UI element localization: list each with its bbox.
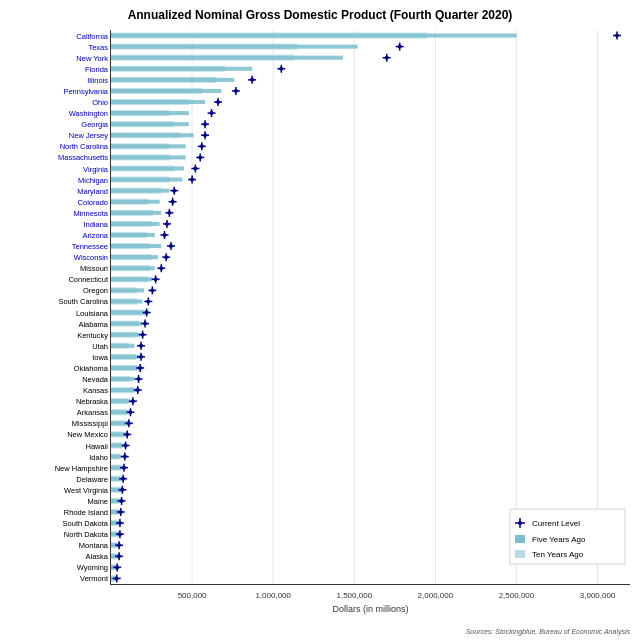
svg-point-192	[139, 355, 143, 359]
svg-rect-69	[111, 133, 194, 137]
svg-rect-99	[111, 189, 169, 193]
svg-rect-111	[111, 211, 161, 215]
svg-text:Oklahoma: Oklahoma	[74, 364, 109, 373]
svg-rect-159	[111, 299, 143, 303]
svg-point-150	[154, 277, 158, 281]
svg-text:Current Level: Current Level	[532, 519, 580, 528]
svg-point-258	[121, 477, 125, 481]
svg-rect-93	[111, 178, 182, 182]
svg-text:1,500,000: 1,500,000	[336, 591, 372, 600]
svg-rect-195	[111, 366, 140, 370]
svg-text:Alaska: Alaska	[85, 552, 108, 561]
svg-point-18	[615, 34, 619, 38]
svg-text:Nebraska: Nebraska	[76, 397, 109, 406]
svg-point-264	[120, 488, 124, 492]
svg-point-96	[190, 178, 194, 182]
svg-rect-105	[111, 200, 160, 204]
svg-point-252	[122, 466, 126, 470]
svg-rect-318	[515, 535, 525, 543]
svg-point-300	[117, 554, 121, 558]
svg-text:New Mexico: New Mexico	[67, 430, 108, 439]
svg-text:New Hampshire: New Hampshire	[55, 464, 108, 473]
svg-point-144	[159, 266, 163, 270]
svg-text:Connecticut: Connecticut	[68, 275, 109, 284]
chart-svg: 500,0001,000,0001,500,0002,000,0002,500,…	[111, 30, 630, 584]
svg-text:500,000: 500,000	[178, 591, 207, 600]
svg-text:Delaware: Delaware	[76, 475, 108, 484]
svg-text:Maine: Maine	[88, 497, 108, 506]
svg-point-222	[128, 410, 132, 414]
svg-text:Five Years Ago: Five Years Ago	[532, 535, 586, 544]
svg-text:South Dakota: South Dakota	[63, 519, 109, 528]
svg-point-90	[193, 167, 197, 171]
svg-point-216	[131, 399, 135, 403]
svg-rect-153	[111, 288, 144, 292]
svg-text:1,000,000: 1,000,000	[255, 591, 291, 600]
svg-text:South Carolina: South Carolina	[58, 297, 108, 306]
svg-point-168	[145, 311, 149, 315]
svg-text:Dollars (in millions): Dollars (in millions)	[332, 604, 408, 614]
svg-text:Arkansas: Arkansas	[77, 408, 109, 417]
svg-text:West Virginia: West Virginia	[64, 486, 109, 495]
svg-point-156	[150, 288, 154, 292]
svg-point-54	[216, 100, 220, 104]
svg-text:Mississippi: Mississippi	[72, 419, 109, 428]
svg-rect-207	[111, 388, 136, 392]
svg-text:California: California	[76, 32, 109, 41]
chart-title: Annualized Nominal Gross Domestic Produc…	[0, 8, 640, 22]
svg-point-234	[125, 432, 129, 436]
svg-point-240	[124, 444, 128, 448]
svg-point-114	[167, 211, 171, 215]
svg-point-78	[200, 144, 204, 148]
svg-text:Rhode Island: Rhode Island	[64, 508, 108, 517]
chart-area: 500,0001,000,0001,500,0002,000,0002,500,…	[110, 30, 630, 585]
svg-text:Alabama: Alabama	[78, 320, 108, 329]
svg-rect-320	[515, 550, 525, 558]
svg-text:Maryland: Maryland	[77, 187, 108, 196]
svg-text:Ohio: Ohio	[92, 98, 108, 107]
svg-rect-219	[111, 410, 129, 414]
svg-point-288	[118, 532, 122, 536]
svg-rect-129	[111, 244, 161, 248]
svg-point-42	[250, 78, 254, 82]
svg-text:2,500,000: 2,500,000	[499, 591, 535, 600]
svg-text:2,000,000: 2,000,000	[418, 591, 454, 600]
svg-point-66	[203, 122, 207, 126]
svg-point-48	[234, 89, 238, 93]
svg-text:Utah: Utah	[92, 342, 108, 351]
svg-rect-243	[111, 455, 122, 459]
svg-point-180	[141, 333, 145, 337]
svg-point-316	[518, 521, 522, 525]
svg-rect-189	[111, 355, 139, 359]
svg-rect-177	[111, 333, 140, 337]
svg-rect-171	[111, 322, 142, 326]
svg-rect-165	[111, 310, 147, 314]
svg-text:Michigan: Michigan	[78, 176, 108, 185]
svg-text:Georgia: Georgia	[81, 120, 109, 129]
svg-point-120	[165, 222, 169, 226]
svg-rect-147	[111, 277, 152, 281]
svg-text:Missouri: Missouri	[80, 264, 108, 273]
svg-text:Louisiana: Louisiana	[76, 309, 109, 318]
svg-text:Tennessee: Tennessee	[72, 242, 108, 251]
svg-rect-141	[111, 266, 155, 270]
svg-rect-27	[111, 56, 343, 60]
svg-point-126	[163, 233, 167, 237]
svg-text:Oregon: Oregon	[83, 286, 108, 295]
source-text: Sources: Stockingblue, Bureau of Economi…	[466, 628, 630, 635]
svg-point-186	[139, 344, 143, 348]
svg-text:Hawaii: Hawaii	[85, 442, 108, 451]
svg-text:Washington: Washington	[69, 109, 108, 118]
svg-point-36	[279, 67, 283, 71]
svg-text:Iowa: Iowa	[92, 353, 109, 362]
svg-rect-135	[111, 255, 158, 259]
svg-point-204	[137, 377, 141, 381]
svg-point-282	[118, 521, 122, 525]
svg-point-132	[169, 244, 173, 248]
svg-rect-81	[111, 155, 186, 159]
svg-text:Ten Years Ago: Ten Years Ago	[532, 550, 584, 559]
svg-point-312	[115, 576, 119, 580]
svg-text:Illinois: Illinois	[87, 76, 108, 85]
svg-text:Pennsylvania: Pennsylvania	[63, 87, 108, 96]
svg-text:Kentucky: Kentucky	[77, 331, 108, 340]
